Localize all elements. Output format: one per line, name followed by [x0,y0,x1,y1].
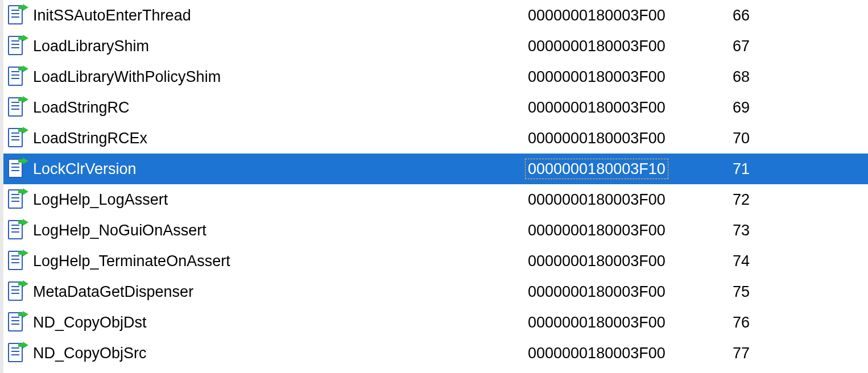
function-ordinal: 67 [733,38,868,55]
export-function-icon [7,128,27,148]
function-name: LoadLibraryShim [27,38,528,55]
list-item[interactable]: InitSSAutoEnterThread0000000180003F0066 [3,0,868,31]
function-address: 0000000180003F00 [528,99,733,117]
export-function-icon [7,312,27,333]
function-ordinal: 66 [733,7,868,24]
function-ordinal: 75 [733,283,868,301]
function-address: 0000000180003F00 [528,252,733,270]
function-name: LoadLibraryWithPolicyShim [27,68,528,86]
export-function-icon [7,189,27,210]
list-item[interactable]: LockClrVersion0000000180003F1071 [3,154,868,184]
function-name: LoadStringRC [27,99,528,117]
function-name: MetaDataGetDispenser [27,283,528,301]
function-address: 0000000180003F00 [528,38,733,55]
function-address: 0000000180003F00 [528,345,733,362]
list-item[interactable]: MetaDataGetDispenser0000000180003F0075 [3,276,868,307]
icon-cell [7,128,27,148]
list-item[interactable]: LogHelp_TerminateOnAssert0000000180003F0… [3,246,868,276]
export-list[interactable]: InitSSAutoEnterThread0000000180003F0066L… [0,0,868,373]
function-address: 0000000180003F10 [528,160,733,178]
function-ordinal: 77 [733,345,868,362]
function-ordinal: 69 [733,99,868,117]
function-address: 0000000180003F00 [528,314,733,331]
export-function-icon [7,36,27,56]
list-item[interactable]: LoadLibraryWithPolicyShim0000000180003F0… [3,61,868,92]
export-function-icon [7,97,27,118]
function-address: 0000000180003F00 [528,191,733,209]
function-address: 0000000180003F00 [528,222,733,239]
list-item[interactable]: LogHelp_LogAssert0000000180003F0072 [3,184,868,215]
export-function-icon [7,251,27,271]
icon-cell [7,5,27,26]
export-function-icon [7,67,27,87]
list-item[interactable]: LogHelp_NoGuiOnAssert0000000180003F0073 [3,215,868,246]
function-ordinal: 70 [733,130,868,147]
function-ordinal: 73 [733,222,868,239]
function-address: 0000000180003F00 [528,7,733,24]
function-address: 0000000180003F00 [528,283,733,301]
function-name: LoadStringRCEx [27,130,528,147]
function-ordinal: 72 [733,191,868,209]
function-name: LockClrVersion [27,160,528,178]
icon-cell [7,189,27,210]
function-ordinal: 68 [733,68,868,86]
icon-cell [7,67,27,87]
function-ordinal: 74 [733,252,868,270]
function-name: LogHelp_TerminateOnAssert [27,252,528,270]
icon-cell [7,251,27,271]
list-item[interactable]: ND_CopyObjDst0000000180003F0076 [3,307,868,338]
function-name: LogHelp_LogAssert [27,191,528,209]
list-item[interactable]: LoadStringRC0000000180003F0069 [3,92,868,123]
export-function-icon [7,159,27,179]
icon-cell [7,281,27,302]
function-name: InitSSAutoEnterThread [27,7,528,24]
list-item[interactable]: ND_CopyObjSrc0000000180003F0077 [3,338,868,368]
list-item[interactable]: LoadStringRCEx0000000180003F0070 [3,123,868,154]
export-function-icon [7,343,27,363]
icon-cell [7,343,27,363]
icon-cell [7,97,27,118]
function-name: LogHelp_NoGuiOnAssert [27,222,528,239]
export-function-icon [7,5,27,26]
function-address: 0000000180003F00 [528,130,733,147]
function-name: ND_CopyObjSrc [27,345,528,362]
export-function-icon [7,281,27,302]
function-name: ND_CopyObjDst [27,314,528,331]
icon-cell [7,36,27,56]
function-ordinal: 71 [733,160,868,178]
function-address: 0000000180003F00 [528,68,733,86]
export-function-icon [7,220,27,241]
icon-cell [7,220,27,241]
icon-cell [7,159,27,179]
list-item[interactable]: LoadLibraryShim0000000180003F0067 [3,31,868,61]
function-ordinal: 76 [733,314,868,331]
icon-cell [7,312,27,333]
